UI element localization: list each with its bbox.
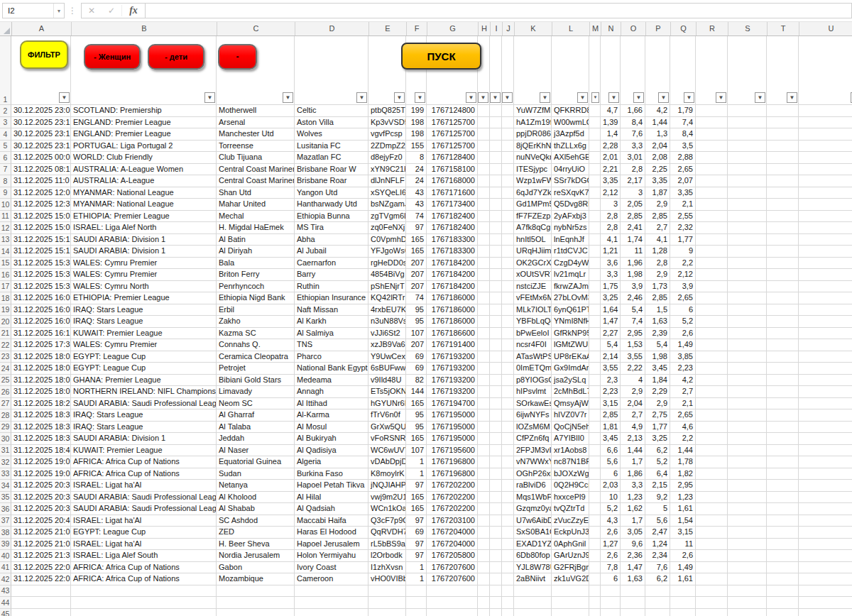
cell[interactable] bbox=[490, 573, 502, 585]
cell[interactable]: SSr7kDGC bbox=[552, 175, 589, 187]
cell[interactable]: 2,55 bbox=[670, 211, 696, 223]
cell[interactable]: 2,23 bbox=[670, 363, 696, 375]
cell[interactable]: 30.12.2025 23:1 bbox=[11, 128, 71, 141]
cell[interactable] bbox=[728, 573, 767, 585]
cell[interactable]: ▼ bbox=[601, 36, 621, 105]
cell[interactable]: 1767204000 bbox=[427, 539, 478, 551]
cell[interactable]: YNmI8NfH bbox=[552, 316, 589, 328]
cell[interactable]: 97 bbox=[406, 480, 427, 492]
cell[interactable]: 31.12.2025 16:1 bbox=[11, 328, 71, 340]
cell[interactable]: Neom SC bbox=[217, 398, 295, 410]
cell[interactable]: AUSTRALIA: A-League bbox=[71, 175, 217, 187]
cell[interactable] bbox=[728, 187, 767, 199]
cell[interactable]: ▼ bbox=[670, 36, 696, 105]
cell[interactable] bbox=[696, 386, 728, 398]
cell[interactable] bbox=[799, 515, 852, 527]
cell[interactable] bbox=[589, 234, 601, 246]
cell[interactable]: CzgD4yW5 bbox=[552, 258, 589, 270]
cell[interactable] bbox=[502, 281, 514, 293]
filter-dropdown-icon-T[interactable]: ▼ bbox=[787, 92, 797, 103]
cell[interactable] bbox=[478, 375, 490, 387]
cell[interactable]: 1,61 bbox=[670, 573, 696, 585]
minus-kids-button[interactable]: - дети bbox=[148, 44, 204, 70]
cell[interactable]: 1767173400 bbox=[427, 199, 478, 211]
cell[interactable] bbox=[490, 234, 502, 246]
cell[interactable]: 1,44 bbox=[645, 117, 670, 129]
cell[interactable]: 24 bbox=[406, 175, 427, 187]
cell[interactable] bbox=[767, 128, 799, 141]
cell[interactable] bbox=[728, 550, 767, 562]
cell[interactable] bbox=[728, 480, 767, 492]
cell[interactable]: 1,23 bbox=[621, 492, 645, 504]
cell[interactable]: ENGLAND: Premier League bbox=[71, 117, 217, 129]
cell[interactable]: 1,44 bbox=[670, 445, 696, 457]
cell[interactable] bbox=[696, 609, 728, 616]
cell[interactable]: 5,2 bbox=[670, 316, 696, 328]
cell[interactable]: hxxcePl9 bbox=[552, 492, 589, 504]
cell[interactable]: n3uN88Vs bbox=[368, 316, 406, 328]
row-header-21[interactable]: 21 bbox=[0, 328, 11, 340]
cell[interactable]: bPwEeloI bbox=[514, 328, 552, 340]
cell[interactable]: 31.12.2025 16:0 bbox=[11, 292, 71, 304]
cell[interactable]: Medeama bbox=[295, 375, 368, 387]
cell[interactable]: 1767183300 bbox=[427, 234, 478, 246]
cell[interactable]: 2,13 bbox=[621, 433, 645, 445]
cell[interactable]: 5,4 bbox=[601, 339, 621, 351]
cell[interactable] bbox=[645, 597, 670, 609]
cell[interactable] bbox=[406, 585, 427, 598]
cell[interactable] bbox=[589, 550, 601, 562]
cell[interactable]: 7,8 bbox=[601, 562, 621, 574]
cell[interactable] bbox=[502, 234, 514, 246]
cell[interactable]: WALES: Cymru North bbox=[71, 281, 217, 293]
cell[interactable] bbox=[696, 339, 728, 351]
cell[interactable] bbox=[71, 585, 217, 598]
cell[interactable] bbox=[799, 281, 852, 293]
cell[interactable]: Al Qadisiya bbox=[295, 445, 368, 457]
cell[interactable]: H. Beer Sheva bbox=[217, 539, 295, 551]
cell[interactable]: 6Db80fop bbox=[514, 550, 552, 562]
cell[interactable]: ISRAEL: Liga Alef South bbox=[71, 550, 217, 562]
row-header-11[interactable]: 11 bbox=[0, 211, 11, 223]
cell[interactable]: xzJB9Va6 bbox=[368, 339, 406, 351]
cell[interactable] bbox=[368, 585, 406, 598]
cell[interactable]: 3,15 bbox=[601, 398, 621, 410]
cell[interactable] bbox=[799, 292, 852, 304]
cell[interactable] bbox=[728, 281, 767, 293]
cell[interactable]: 31.12.2025 18:0 bbox=[11, 375, 71, 387]
cell[interactable] bbox=[502, 328, 514, 340]
cell[interactable] bbox=[589, 515, 601, 527]
filter-dropdown-icon-S[interactable]: ▼ bbox=[755, 92, 765, 103]
cell[interactable] bbox=[478, 292, 490, 304]
cell[interactable] bbox=[799, 422, 852, 434]
cell[interactable]: 8jQErKhN bbox=[514, 141, 552, 153]
cell[interactable] bbox=[696, 539, 728, 551]
cell[interactable] bbox=[696, 187, 728, 199]
cell[interactable] bbox=[589, 597, 601, 609]
cell[interactable] bbox=[728, 539, 767, 551]
cell[interactable]: v9Ild48U bbox=[368, 375, 406, 387]
cell[interactable] bbox=[799, 409, 852, 422]
cell[interactable] bbox=[767, 573, 799, 585]
cell[interactable]: SAUDI ARABIA: Division 1 bbox=[71, 246, 217, 258]
cell[interactable]: vFoRSNRp bbox=[368, 433, 406, 445]
cell[interactable] bbox=[799, 222, 852, 234]
cell[interactable] bbox=[490, 456, 502, 468]
cell[interactable]: ITESjypc bbox=[514, 164, 552, 176]
cell[interactable]: 2,34 bbox=[645, 550, 670, 562]
row-header-17[interactable]: 17 bbox=[0, 281, 11, 293]
cell[interactable]: 7,6 bbox=[621, 128, 645, 141]
cell[interactable]: 7,4 bbox=[621, 316, 645, 328]
cell[interactable]: Al Salmiya bbox=[295, 328, 368, 340]
cell[interactable] bbox=[490, 433, 502, 445]
cell[interactable]: reSXqvK7 bbox=[552, 187, 589, 199]
cell[interactable]: GfRkNP95 bbox=[552, 328, 589, 340]
cell[interactable]: hGYUNr6E bbox=[368, 398, 406, 410]
cell[interactable] bbox=[799, 164, 852, 176]
cell[interactable] bbox=[478, 527, 490, 539]
cell[interactable]: 31.12.2025 19:0 bbox=[11, 456, 71, 468]
cell[interactable]: 4rxbEU7K bbox=[368, 304, 406, 317]
cell[interactable]: W00wmLO0 bbox=[552, 117, 589, 129]
row-header-4[interactable]: 4 bbox=[0, 128, 11, 141]
column-header-O[interactable]: O bbox=[621, 22, 646, 35]
cell[interactable]: hIVZ0V7r bbox=[552, 409, 589, 422]
